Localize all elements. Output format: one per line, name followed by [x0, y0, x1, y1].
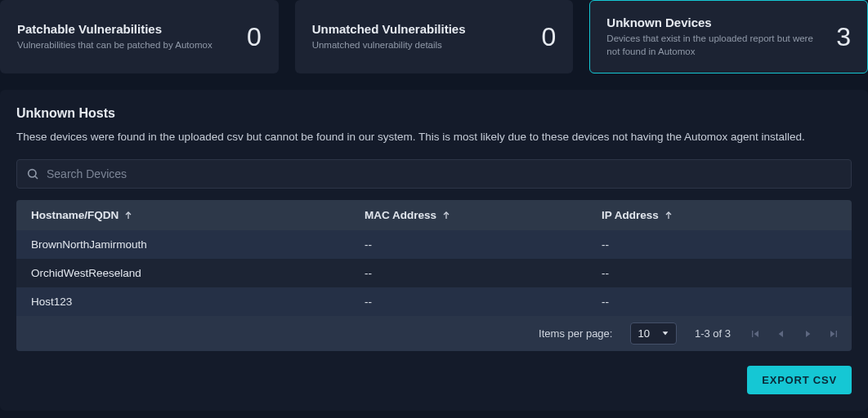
cell-hostname: BrownNorthJamirmouth — [31, 238, 365, 251]
cell-ip: -- — [602, 296, 837, 308]
next-page-button[interactable] — [801, 327, 814, 340]
cell-ip: -- — [602, 238, 837, 251]
column-label: Hostname/FQDN — [31, 209, 119, 221]
export-csv-button[interactable]: EXPORT CSV — [747, 366, 852, 394]
cell-mac: -- — [365, 267, 602, 279]
table-footer: Items per page: 10 1-3 of 3 — [16, 316, 852, 351]
svg-marker-5 — [663, 331, 669, 335]
card-value: 0 — [542, 22, 557, 52]
last-page-button[interactable] — [827, 327, 840, 340]
unknown-hosts-panel: Unknown Hosts These devices were found i… — [0, 90, 868, 411]
card-subtitle: Devices that exist in the uploaded repor… — [606, 33, 826, 58]
svg-line-1 — [35, 176, 38, 179]
card-patchable-vulnerabilities[interactable]: Patchable Vulnerabilities Vulnerabilitie… — [0, 0, 279, 73]
cell-hostname: Host123 — [31, 296, 365, 308]
items-per-page-select[interactable]: 10 — [630, 322, 676, 345]
column-header-mac[interactable]: MAC Address — [365, 209, 602, 221]
card-title: Unmatched Vulnerabilities — [312, 22, 532, 36]
table-row[interactable]: Host123---- — [16, 287, 852, 316]
sort-asc-icon — [123, 211, 133, 220]
pagination-range: 1-3 of 3 — [695, 327, 731, 340]
export-row: EXPORT CSV — [16, 366, 852, 394]
card-unknown-devices[interactable]: Unknown Devices Devices that exist in th… — [589, 0, 868, 73]
prev-page-button[interactable] — [775, 327, 788, 340]
table-header-row: Hostname/FQDN MAC Address IP Address — [16, 200, 852, 230]
search-input[interactable] — [16, 159, 852, 189]
table-row[interactable]: BrownNorthJamirmouth---- — [16, 230, 852, 259]
card-subtitle: Unmatched vulnerability details — [312, 39, 532, 52]
column-header-hostname[interactable]: Hostname/FQDN — [31, 209, 365, 221]
card-title: Unknown Devices — [606, 16, 826, 29]
cell-mac: -- — [365, 296, 602, 308]
cell-ip: -- — [602, 267, 837, 279]
summary-cards-row: Patchable Vulnerabilities Vulnerabilitie… — [0, 0, 868, 90]
card-unmatched-vulnerabilities[interactable]: Unmatched Vulnerabilities Unmatched vuln… — [295, 0, 574, 73]
cell-mac: -- — [365, 238, 602, 251]
svg-point-0 — [29, 170, 36, 177]
card-subtitle: Vulnerabilities that can be patched by A… — [17, 39, 237, 52]
table-row[interactable]: OrchidWestReeseland---- — [16, 259, 852, 287]
chevron-down-icon — [661, 327, 669, 340]
card-title: Patchable Vulnerabilities — [17, 22, 237, 36]
table-body: BrownNorthJamirmouth----OrchidWestReesel… — [16, 230, 852, 316]
items-per-page-label: Items per page: — [539, 327, 612, 340]
sort-asc-icon — [664, 211, 673, 220]
column-label: MAC Address — [365, 209, 436, 221]
panel-title: Unknown Hosts — [16, 106, 852, 121]
search-wrap — [16, 159, 852, 189]
search-icon — [26, 167, 39, 180]
column-label: IP Address — [602, 209, 659, 221]
card-value: 3 — [836, 22, 851, 52]
devices-table: Hostname/FQDN MAC Address IP Address Bro… — [16, 200, 852, 351]
items-per-page-value: 10 — [638, 327, 649, 340]
panel-description: These devices were found in the uploaded… — [16, 131, 852, 143]
sort-asc-icon — [441, 211, 451, 220]
column-header-ip[interactable]: IP Address — [602, 209, 837, 221]
first-page-button[interactable] — [749, 327, 762, 340]
card-value: 0 — [247, 22, 262, 52]
pagination-controls — [749, 327, 840, 340]
cell-hostname: OrchidWestReeseland — [31, 267, 365, 279]
